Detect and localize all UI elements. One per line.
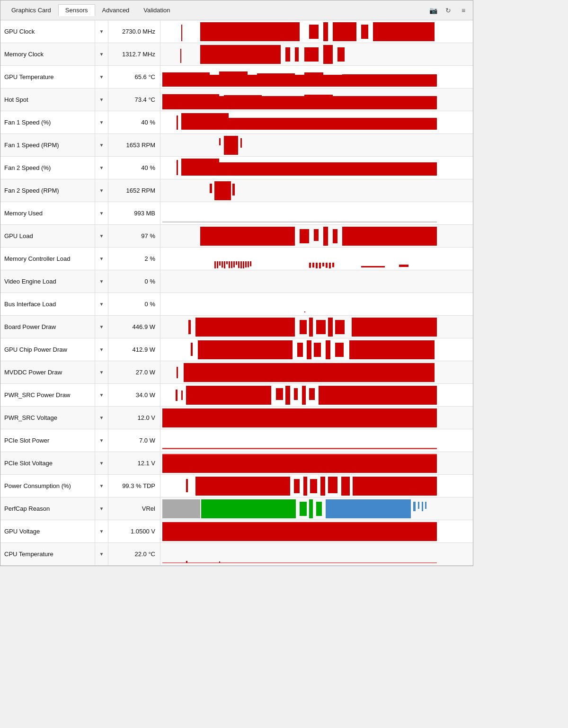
- svg-rect-78: [191, 343, 193, 356]
- sensor-dropdown-button[interactable]: ▼: [95, 202, 108, 224]
- sensor-graph: [160, 384, 473, 406]
- sensor-row: Board Power Draw▼446.9 W: [0, 316, 473, 338]
- svg-rect-59: [309, 263, 311, 268]
- svg-rect-54: [240, 261, 242, 268]
- sensor-row: Bus Interface Load▼0 %: [0, 293, 473, 316]
- sensor-dropdown-button[interactable]: ▼: [95, 43, 108, 65]
- sensor-dropdown-button[interactable]: ▼: [95, 384, 108, 406]
- svg-rect-24: [177, 115, 178, 130]
- svg-rect-51: [233, 261, 235, 267]
- tab-sensors[interactable]: Sensors: [58, 4, 95, 16]
- main-window: Graphics Card Sensors Advanced Validatio…: [0, 0, 473, 566]
- refresh-icon[interactable]: ↻: [443, 5, 454, 16]
- sensor-value-label: 1.0500 V: [108, 520, 160, 542]
- tab-graphics-card[interactable]: Graphics Card: [4, 4, 58, 16]
- sensor-dropdown-button[interactable]: ▼: [95, 225, 108, 247]
- sensor-dropdown-button[interactable]: ▼: [95, 316, 108, 338]
- sensor-name-label: Board Power Draw: [0, 316, 95, 338]
- svg-rect-52: [236, 261, 237, 265]
- svg-rect-19: [342, 74, 437, 75]
- sensor-row: Power Consumption (%)▼99.3 % TDP: [0, 475, 473, 497]
- svg-rect-120: [422, 502, 423, 511]
- svg-rect-69: [304, 311, 305, 312]
- svg-rect-70: [188, 320, 191, 334]
- sensor-graph: [160, 202, 473, 224]
- svg-rect-55: [243, 261, 244, 268]
- svg-rect-112: [162, 499, 200, 518]
- svg-rect-84: [335, 343, 344, 357]
- svg-rect-29: [240, 138, 242, 148]
- sensor-dropdown-button[interactable]: ▼: [95, 270, 108, 293]
- sensor-dropdown-button[interactable]: ▼: [95, 497, 108, 520]
- sensor-dropdown-button[interactable]: ▼: [95, 111, 108, 133]
- sensor-dropdown-button[interactable]: ▼: [95, 248, 108, 270]
- svg-rect-93: [285, 386, 290, 405]
- svg-rect-126: [219, 561, 220, 563]
- sensor-graph: [160, 293, 473, 315]
- sensor-graph: [160, 111, 473, 133]
- svg-rect-35: [232, 184, 235, 195]
- sensor-value-label: 993 MB: [108, 202, 160, 224]
- svg-rect-20: [162, 96, 437, 109]
- sensor-dropdown-button[interactable]: ▼: [95, 179, 108, 202]
- sensor-dropdown-button[interactable]: ▼: [95, 452, 108, 474]
- sensor-graph: [160, 338, 473, 361]
- svg-rect-86: [177, 367, 178, 378]
- sensor-dropdown-button[interactable]: ▼: [95, 338, 108, 361]
- sensor-dropdown-button[interactable]: ▼: [95, 157, 108, 179]
- sensor-value-label: 1653 RPM: [108, 134, 160, 156]
- sensor-row: PCIe Slot Power▼7.0 W: [0, 429, 473, 452]
- svg-rect-115: [309, 499, 313, 518]
- sensor-value-label: 34.0 W: [108, 384, 160, 406]
- svg-rect-80: [297, 343, 303, 357]
- sensor-row: Fan 1 Speed (%)▼40 %: [0, 111, 473, 134]
- svg-rect-71: [195, 318, 295, 337]
- sensor-dropdown-button[interactable]: ▼: [95, 475, 108, 497]
- svg-rect-67: [361, 266, 385, 267]
- sensor-row: Memory Used▼993 MB: [0, 202, 473, 225]
- sensor-dropdown-button[interactable]: ▼: [95, 66, 108, 88]
- sensor-dropdown-button[interactable]: ▼: [95, 429, 108, 452]
- sensor-row: Fan 2 Speed (RPM)▼1652 RPM: [0, 179, 473, 202]
- svg-rect-119: [418, 502, 419, 509]
- sensor-dropdown-button[interactable]: ▼: [95, 134, 108, 156]
- svg-rect-11: [304, 47, 319, 62]
- camera-icon[interactable]: 📷: [427, 5, 439, 16]
- sensor-row: PWR_SRC Power Draw▼34.0 W: [0, 384, 473, 407]
- sensor-dropdown-button[interactable]: ▼: [95, 407, 108, 429]
- sensor-value-label: 1312.7 MHz: [108, 43, 160, 65]
- svg-rect-103: [186, 479, 188, 492]
- sensor-row: Video Engine Load▼0 %: [0, 270, 473, 293]
- svg-rect-7: [180, 49, 181, 63]
- sensor-graph: [160, 66, 473, 88]
- svg-rect-1: [200, 22, 300, 41]
- svg-rect-13: [337, 47, 345, 62]
- sensor-name-label: MVDDC Power Draw: [0, 361, 95, 383]
- sensor-dropdown-button[interactable]: ▼: [95, 520, 108, 542]
- sensor-dropdown-button[interactable]: ▼: [95, 20, 108, 43]
- svg-rect-27: [219, 138, 221, 145]
- menu-icon[interactable]: ≡: [458, 5, 469, 16]
- sensor-dropdown-button[interactable]: ▼: [95, 543, 108, 565]
- svg-rect-102: [162, 454, 437, 455]
- svg-rect-64: [326, 263, 328, 268]
- sensor-value-label: 446.9 W: [108, 316, 160, 338]
- sensor-dropdown-button[interactable]: ▼: [95, 293, 108, 315]
- sensor-name-label: PWR_SRC Power Draw: [0, 384, 95, 406]
- sensor-value-label: 1652 RPM: [108, 179, 160, 202]
- svg-rect-96: [309, 388, 315, 400]
- svg-rect-74: [316, 320, 326, 334]
- sensor-row: CPU Temperature▼22.0 °C: [0, 543, 473, 566]
- sensor-dropdown-button[interactable]: ▼: [95, 361, 108, 383]
- svg-rect-122: [162, 523, 437, 541]
- sensor-dropdown-button[interactable]: ▼: [95, 89, 108, 111]
- svg-rect-107: [310, 479, 317, 493]
- svg-rect-44: [217, 261, 218, 268]
- sensor-value-label: 2730.0 MHz: [108, 20, 160, 43]
- svg-rect-81: [307, 340, 311, 359]
- tab-validation[interactable]: Validation: [136, 4, 177, 16]
- svg-rect-50: [231, 261, 232, 268]
- svg-rect-61: [316, 263, 318, 268]
- tab-advanced[interactable]: Advanced: [95, 4, 137, 16]
- sensor-graph: [160, 475, 473, 497]
